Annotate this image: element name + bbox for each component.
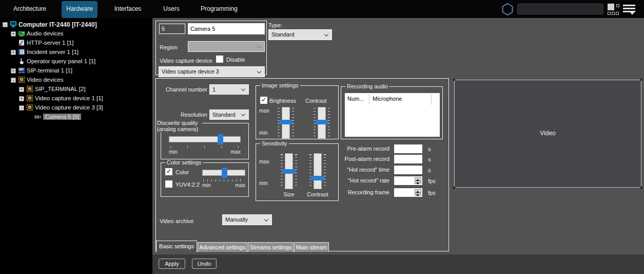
apply-button[interactable]: Apply [159,259,185,269]
spinner-down-icon[interactable] [415,193,421,196]
top-tab-hardware[interactable]: Hardware [62,1,97,18]
video-capture-device-select[interactable]: Video capture device 3 [159,66,265,77]
record-field-label: Post-alarm record [323,156,389,162]
expand-icon[interactable]: + [11,31,16,36]
channel-number-select[interactable]: 1 [209,84,249,95]
type-select[interactable]: Standard [268,29,332,40]
chevron-down-icon [241,87,245,91]
tree-item[interactable]: +Video capture device 1 [1] [0,94,152,103]
sip-terminal-icon: SIP [18,67,25,74]
spinner-buttons[interactable] [415,189,421,196]
disable-checkbox[interactable] [216,56,223,63]
slider-thumb[interactable] [282,169,296,174]
undo-button[interactable]: Undo [192,259,217,269]
camera-name-field[interactable] [188,23,265,34]
brightness-checkbox[interactable] [260,97,267,104]
color-checkbox[interactable] [165,168,172,175]
column-header-microphone[interactable]: Microphone [373,96,402,102]
spinner-buttons[interactable] [415,177,421,184]
tree-item[interactable]: -Video devices [0,76,152,85]
collapse-icon[interactable]: - [11,78,16,83]
top-tab-users[interactable]: Users [155,0,187,18]
tree-item[interactable]: HTTP-server 1 [1] [0,39,152,48]
region-select[interactable] [188,41,265,52]
expand-icon[interactable]: + [11,68,16,74]
column-header-number[interactable]: Num... [347,96,364,102]
discwrite-quality-slider[interactable]: min max [169,134,241,152]
record-field-input[interactable] [394,144,422,153]
hexagon-logo-icon [501,3,514,18]
slider-thumb[interactable] [222,168,227,178]
top-tab-programming[interactable]: Programming [197,0,242,18]
tree-item[interactable]: +SIPSIP-terminal 1 [1] [0,66,152,76]
slider-track[interactable] [314,153,322,189]
record-field-input[interactable] [394,176,422,185]
video-archive-select[interactable]: Manually [222,214,272,225]
chip-icon [18,76,25,83]
tree-item-label[interactable]: SIP_TERMINAL [2] [35,86,86,92]
record-field-input[interactable] [394,155,422,163]
yuv-checkbox[interactable] [165,180,172,188]
expand-icon[interactable]: + [11,50,16,55]
top-tab-architecture[interactable]: Architecture [9,0,50,18]
type-label: Type: [268,22,282,28]
resize-handle[interactable] [453,187,455,189]
tree-item[interactable]: +Incident server 1 [1] [0,48,152,57]
record-field-input[interactable] [394,188,422,197]
application-window: ArchitectureHardwareInterfacesUsersProgr… [0,0,644,274]
settings-tab-streams-settings[interactable]: Streams settings [248,242,294,252]
slider-thumb[interactable] [218,134,223,144]
tree-item-label[interactable]: Video capture device 3 [3] [35,104,103,111]
settings-tab-main-stream[interactable]: Main stream [294,242,329,252]
settings-tab-basic-settings[interactable]: Basic settings [156,241,197,252]
color-slider[interactable]: min max [202,168,245,185]
brightness-slider[interactable] [278,107,294,139]
video-capture-device-label: Video capture device [160,58,212,64]
tree-item-label[interactable]: Video devices [27,77,63,83]
tree-item[interactable]: -Video capture device 3 [3] [0,103,152,113]
tree-item-label[interactable]: Camera 5 [5] [43,114,81,120]
tree-item-label[interactable]: Audio devices [27,30,64,36]
tree-item[interactable]: Operator query panel 1 [1] [0,57,152,66]
sensitivity-size-slider[interactable] [281,153,297,189]
spinner-down-icon[interactable] [415,181,421,185]
search-input[interactable] [517,4,603,14]
tree-item-label[interactable]: Video capture device 1 [1] [35,95,103,101]
top-menu-bar: ArchitectureHardwareInterfacesUsersProgr… [0,0,644,18]
disable-label: Disable [226,57,245,63]
recording-audio-table[interactable]: Num... Microphone [345,93,440,137]
computer-icon [10,21,17,28]
camera-id-field[interactable] [159,24,185,34]
layout-grid-icon[interactable] [608,4,621,15]
slider-ticks [309,154,311,188]
tree-item-label[interactable]: SIP-terminal 1 [1] [27,67,72,74]
contrast-slider[interactable] [314,107,330,139]
collapse-icon[interactable]: - [3,22,8,27]
record-field-input[interactable] [394,166,422,174]
tree-item-label[interactable]: HTTP-server 1 [1] [27,40,73,46]
slider-thumb[interactable] [315,120,328,124]
resize-handle[interactable] [640,187,642,189]
expand-icon[interactable]: + [19,96,24,101]
collapse-icon[interactable]: - [19,105,24,111]
tree-item[interactable]: -Computer IT-2440 [IT-2440] [0,20,152,29]
tree-item-label[interactable]: Incident server 1 [1] [27,49,79,55]
tree-item-label[interactable]: Operator query panel 1 [1] [27,58,95,64]
slider-ticks [295,154,297,188]
settings-tab-advanced-settings[interactable]: Advanced settings [198,242,247,252]
resize-handle[interactable] [453,79,455,81]
tree-item[interactable]: +Audio devices [0,29,152,39]
max-label: max [235,182,245,188]
video-preview-panel: Video [454,80,641,188]
min-label: min [202,182,211,188]
slider-track[interactable] [169,136,241,142]
slider-thumb[interactable] [279,120,292,124]
top-tab-interfaces[interactable]: Interfaces [109,0,146,18]
expand-icon[interactable]: + [19,87,24,92]
tree-item-label[interactable]: Computer IT-2440 [IT-2440] [18,21,97,28]
tree-item[interactable]: +SIP_TERMINAL [2] [0,85,152,94]
resize-handle[interactable] [640,79,642,81]
hamburger-menu-icon[interactable] [623,5,635,15]
resolution-select[interactable]: Standard [209,109,249,120]
tree-item[interactable]: Camera 5 [5] [0,113,152,122]
